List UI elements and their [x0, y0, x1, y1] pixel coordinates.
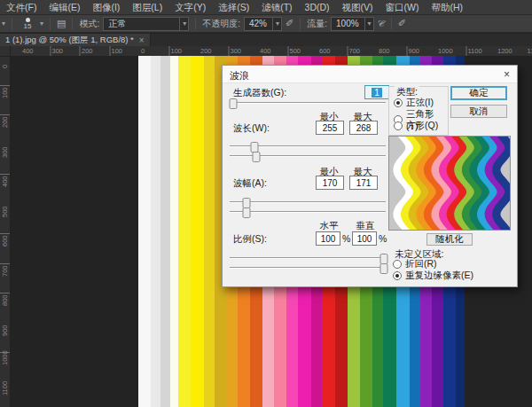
ruler-h-label: 200 [200, 47, 212, 55]
ruler-h-label: 300 [231, 47, 242, 55]
canvas-stripe [138, 56, 151, 407]
flow-value: 100% [336, 19, 359, 28]
brush-picker-caret-icon[interactable]: ▾ [40, 20, 43, 27]
wavelength-max-input[interactable]: 268 [349, 121, 378, 135]
ruler-h-label: 800 [379, 47, 390, 55]
radio-label: 重复边缘像素(E) [405, 270, 473, 282]
slider-track[interactable] [230, 267, 386, 269]
mode-label: 模式: [79, 18, 99, 30]
brush-size-value: 15 [24, 23, 32, 30]
separator [50, 18, 51, 30]
slider-track[interactable] [230, 201, 386, 203]
mode-select[interactable]: 正常 ▾ [103, 17, 189, 31]
separator [391, 18, 392, 30]
wavelength-min-input[interactable]: 255 [316, 121, 344, 135]
cancel-button[interactable]: 取消 [450, 105, 507, 118]
menu-bar: 文件(F) 编辑(E) 图像(I) 图层(L) 文字(Y) 选择(S) 滤镜(T… [0, 0, 532, 15]
opacity-select[interactable]: 42% ▾ [244, 17, 282, 31]
menu-layer[interactable]: 图层(L) [126, 0, 168, 14]
generators-slider[interactable] [230, 98, 386, 108]
dialog-title: 波浪 [230, 69, 249, 82]
amplitude-max-input[interactable]: 171 [349, 176, 378, 190]
pressure-opacity-icon[interactable]: ✐ [286, 19, 293, 28]
chevron-down-icon: ▾ [179, 18, 186, 30]
canvas-stripe [151, 56, 160, 407]
ruler-v-label: 700 [1, 265, 9, 277]
brush-preset-picker[interactable]: 15 [19, 18, 36, 30]
ok-button[interactable]: 确定 [450, 86, 507, 100]
scale-v-input[interactable]: 100 [352, 231, 377, 246]
options-bar: ▾ 15 ▾ ▤ 模式: 正常 ▾ 不透明度: 42% ▾ ✐ 流量: 100%… [0, 15, 532, 33]
document-tab[interactable]: 1 (1).jpg @ 50% (图层 1, RGB/8) * × [0, 34, 151, 46]
ruler-h-label: 700 [349, 47, 361, 55]
ruler-corner [0, 46, 11, 57]
menu-3d[interactable]: 3D(D) [299, 0, 336, 14]
chevron-down-icon: ▾ [364, 18, 372, 30]
slider-thumb[interactable] [243, 207, 251, 218]
vertical-ruler: 010020030040050060070080090010001100 [0, 56, 11, 407]
generators-value: 1 [372, 88, 382, 98]
separator [12, 18, 12, 30]
menu-type[interactable]: 文字(Y) [168, 0, 212, 14]
menu-window[interactable]: 窗口(W) [379, 0, 426, 14]
ruler-h-label: 600 [319, 47, 331, 55]
radio-sine[interactable]: 正弦(I) [394, 97, 434, 109]
radio-wrap-around[interactable]: 折回(R) [393, 258, 437, 270]
ruler-v-label: 0 [1, 65, 9, 68]
scale-v-percent: % [379, 233, 387, 244]
amplitude-max-slider[interactable] [230, 207, 386, 217]
canvas-stripe [178, 56, 191, 407]
menu-select[interactable]: 选择(S) [212, 0, 255, 14]
scale-h-input[interactable]: 100 [316, 231, 340, 246]
randomize-button[interactable]: 随机化 [426, 233, 473, 246]
wavelength-label: 波长(W): [233, 122, 270, 135]
menu-edit[interactable]: 编辑(E) [43, 0, 86, 14]
ruler-h-label: 500 [290, 47, 301, 55]
radio-repeat-edge-pixels[interactable]: 重复边缘像素(E) [393, 270, 473, 282]
scale-label: 比例(S): [233, 233, 267, 246]
menu-help[interactable]: 帮助(H) [426, 0, 470, 14]
dialog-titlebar[interactable]: 波浪 × [223, 66, 517, 83]
menu-filter[interactable]: 滤镜(T) [255, 0, 298, 14]
ruler-v-label: 100 [1, 87, 9, 98]
radio-square[interactable]: 方形(Q) [394, 120, 438, 132]
scale-v-slider[interactable] [230, 262, 386, 273]
ruler-v-label: 200 [1, 116, 9, 128]
radio-icon [393, 271, 402, 280]
chevron-down-icon: ▾ [272, 18, 279, 30]
canvas-stripe [170, 56, 179, 407]
ruler-h-label: 900 [409, 47, 420, 55]
mode-value: 正常 [108, 18, 126, 30]
ruler-v-label: 1000 [1, 350, 9, 365]
pressure-size-icon[interactable]: ✐ [398, 19, 406, 28]
opacity-value: 42% [249, 19, 267, 28]
slider-thumb[interactable] [229, 98, 237, 109]
airbrush-icon[interactable]: 𝒞 [378, 19, 385, 28]
ruler-h-label: 0 [141, 47, 145, 55]
flow-select[interactable]: 100% ▾ [331, 17, 374, 31]
slider-thumb[interactable] [380, 263, 388, 274]
menu-image[interactable]: 图像(I) [86, 0, 126, 14]
dialog-close-icon[interactable]: × [504, 68, 510, 81]
wavelength-max-slider[interactable] [230, 151, 386, 161]
tab-close-icon[interactable]: × [139, 35, 145, 45]
menu-file[interactable]: 文件(F) [0, 0, 43, 14]
amplitude-min-input[interactable]: 170 [316, 176, 344, 190]
separator [300, 18, 301, 30]
opacity-label: 不透明度: [202, 18, 240, 30]
slider-track[interactable] [230, 211, 386, 213]
radio-icon [393, 260, 402, 269]
slider-thumb[interactable] [252, 152, 260, 162]
scale-h-percent: % [342, 233, 350, 244]
wave-preview[interactable] [388, 136, 511, 231]
canvas-stripe [160, 56, 170, 407]
slider-track[interactable] [230, 257, 386, 259]
brush-panel-toggle-icon[interactable]: ▤ [57, 19, 66, 28]
radio-icon [394, 98, 403, 107]
wave-preview-image [389, 137, 510, 230]
ruler-h-label: 1200 [497, 47, 512, 55]
tool-preset-caret-icon[interactable]: ▾ [2, 20, 5, 27]
ruler-h-label: 100 [112, 47, 123, 55]
slider-track[interactable] [230, 102, 386, 104]
menu-view[interactable]: 视图(V) [336, 0, 379, 14]
